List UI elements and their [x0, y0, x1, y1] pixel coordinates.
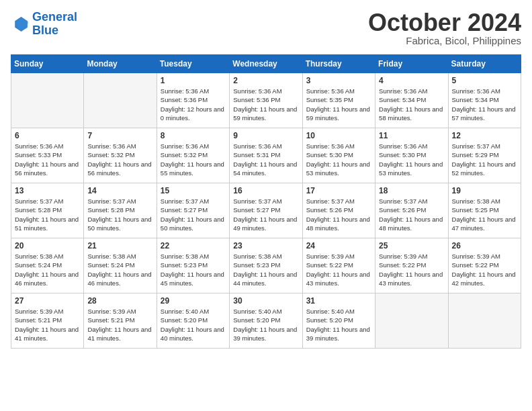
- day-number: 22: [161, 241, 226, 250]
- calendar-cell: 23Sunrise: 5:38 AM Sunset: 5:23 PM Dayli…: [230, 238, 302, 293]
- week-row-4: 20Sunrise: 5:38 AM Sunset: 5:24 PM Dayli…: [11, 238, 521, 293]
- calendar-cell: 3Sunrise: 5:36 AM Sunset: 5:35 PM Daylig…: [302, 73, 375, 128]
- day-number: 12: [452, 131, 517, 140]
- cell-info: Sunrise: 5:40 AM Sunset: 5:20 PM Dayligh…: [233, 307, 298, 342]
- calendar-cell: 29Sunrise: 5:40 AM Sunset: 5:20 PM Dayli…: [157, 293, 229, 349]
- day-number: 5: [452, 76, 517, 85]
- day-number: 6: [15, 131, 80, 140]
- calendar-cell: 16Sunrise: 5:37 AM Sunset: 5:27 PM Dayli…: [230, 183, 302, 238]
- cell-info: Sunrise: 5:37 AM Sunset: 5:28 PM Dayligh…: [87, 197, 152, 232]
- calendar-cell: 13Sunrise: 5:37 AM Sunset: 5:28 PM Dayli…: [11, 183, 84, 238]
- day-number: 9: [233, 131, 298, 140]
- calendar-cell: [375, 293, 448, 349]
- day-number: 28: [87, 296, 152, 306]
- cell-info: Sunrise: 5:36 AM Sunset: 5:30 PM Dayligh…: [306, 142, 371, 177]
- calendar-cell: 11Sunrise: 5:36 AM Sunset: 5:30 PM Dayli…: [375, 128, 448, 183]
- calendar-cell: [84, 73, 157, 128]
- day-number: 23: [233, 241, 298, 250]
- day-number: 18: [379, 186, 444, 195]
- day-number: 1: [161, 76, 226, 85]
- cell-info: Sunrise: 5:37 AM Sunset: 5:27 PM Dayligh…: [161, 197, 226, 232]
- cell-info: Sunrise: 5:37 AM Sunset: 5:27 PM Dayligh…: [233, 197, 298, 232]
- calendar-cell: 28Sunrise: 5:39 AM Sunset: 5:21 PM Dayli…: [84, 293, 157, 349]
- col-header-sunday: Sunday: [11, 55, 84, 73]
- col-header-monday: Monday: [84, 55, 157, 73]
- cell-info: Sunrise: 5:36 AM Sunset: 5:30 PM Dayligh…: [379, 142, 444, 177]
- logo-general: General: [32, 10, 77, 24]
- day-number: 10: [306, 131, 371, 140]
- calendar-cell: 6Sunrise: 5:36 AM Sunset: 5:33 PM Daylig…: [11, 128, 84, 183]
- day-number: 25: [379, 241, 444, 250]
- calendar-cell: 4Sunrise: 5:36 AM Sunset: 5:34 PM Daylig…: [375, 73, 448, 128]
- week-row-2: 6Sunrise: 5:36 AM Sunset: 5:33 PM Daylig…: [11, 128, 521, 183]
- col-header-thursday: Thursday: [302, 55, 375, 73]
- cell-info: Sunrise: 5:37 AM Sunset: 5:26 PM Dayligh…: [379, 197, 444, 232]
- cell-info: Sunrise: 5:37 AM Sunset: 5:29 PM Dayligh…: [452, 142, 517, 177]
- calendar-cell: [11, 73, 84, 128]
- page-header: General Blue October 2024 Fabrica, Bicol…: [11, 11, 521, 46]
- day-number: 11: [379, 131, 444, 140]
- cell-info: Sunrise: 5:38 AM Sunset: 5:25 PM Dayligh…: [452, 197, 517, 232]
- cell-info: Sunrise: 5:38 AM Sunset: 5:23 PM Dayligh…: [161, 252, 226, 287]
- calendar-cell: 9Sunrise: 5:36 AM Sunset: 5:31 PM Daylig…: [230, 128, 302, 183]
- calendar-cell: 8Sunrise: 5:36 AM Sunset: 5:32 PM Daylig…: [157, 128, 229, 183]
- week-row-5: 27Sunrise: 5:39 AM Sunset: 5:21 PM Dayli…: [11, 293, 521, 349]
- cell-info: Sunrise: 5:39 AM Sunset: 5:22 PM Dayligh…: [452, 252, 517, 287]
- calendar-cell: 12Sunrise: 5:37 AM Sunset: 5:29 PM Dayli…: [448, 128, 521, 183]
- logo-blue: Blue: [32, 24, 58, 37]
- day-number: 31: [306, 296, 371, 306]
- logo: General Blue: [11, 11, 77, 38]
- header-row: SundayMondayTuesdayWednesdayThursdayFrid…: [11, 55, 521, 73]
- day-number: 16: [233, 186, 298, 195]
- cell-info: Sunrise: 5:38 AM Sunset: 5:23 PM Dayligh…: [233, 252, 298, 287]
- calendar-cell: 27Sunrise: 5:39 AM Sunset: 5:21 PM Dayli…: [11, 293, 84, 349]
- logo-icon: [11, 15, 30, 34]
- cell-info: Sunrise: 5:36 AM Sunset: 5:35 PM Dayligh…: [306, 87, 371, 122]
- cell-info: Sunrise: 5:36 AM Sunset: 5:34 PM Dayligh…: [379, 87, 444, 122]
- col-header-friday: Friday: [375, 55, 448, 73]
- day-number: 24: [306, 241, 371, 250]
- cell-info: Sunrise: 5:36 AM Sunset: 5:34 PM Dayligh…: [452, 87, 517, 122]
- cell-info: Sunrise: 5:38 AM Sunset: 5:24 PM Dayligh…: [15, 252, 80, 287]
- calendar-cell: 20Sunrise: 5:38 AM Sunset: 5:24 PM Dayli…: [11, 238, 84, 293]
- calendar-cell: 5Sunrise: 5:36 AM Sunset: 5:34 PM Daylig…: [448, 73, 521, 128]
- title-block: October 2024 Fabrica, Bicol, Philippines: [368, 11, 521, 46]
- calendar-cell: 26Sunrise: 5:39 AM Sunset: 5:22 PM Dayli…: [448, 238, 521, 293]
- day-number: 30: [233, 296, 298, 306]
- cell-info: Sunrise: 5:37 AM Sunset: 5:28 PM Dayligh…: [15, 197, 80, 232]
- cell-info: Sunrise: 5:36 AM Sunset: 5:32 PM Dayligh…: [161, 142, 226, 177]
- cell-info: Sunrise: 5:40 AM Sunset: 5:20 PM Dayligh…: [161, 307, 226, 342]
- day-number: 4: [379, 76, 444, 85]
- day-number: 13: [15, 186, 80, 195]
- calendar-cell: 30Sunrise: 5:40 AM Sunset: 5:20 PM Dayli…: [230, 293, 302, 349]
- cell-info: Sunrise: 5:36 AM Sunset: 5:32 PM Dayligh…: [87, 142, 152, 177]
- calendar-cell: 10Sunrise: 5:36 AM Sunset: 5:30 PM Dayli…: [302, 128, 375, 183]
- calendar-cell: 1Sunrise: 5:36 AM Sunset: 5:36 PM Daylig…: [157, 73, 229, 128]
- cell-info: Sunrise: 5:39 AM Sunset: 5:22 PM Dayligh…: [379, 252, 444, 287]
- calendar-cell: 24Sunrise: 5:39 AM Sunset: 5:22 PM Dayli…: [302, 238, 375, 293]
- cell-info: Sunrise: 5:36 AM Sunset: 5:36 PM Dayligh…: [161, 87, 226, 122]
- col-header-wednesday: Wednesday: [230, 55, 302, 73]
- col-header-tuesday: Tuesday: [157, 55, 229, 73]
- calendar-table: SundayMondayTuesdayWednesdayThursdayFrid…: [11, 54, 521, 349]
- day-number: 20: [15, 241, 80, 250]
- day-number: 17: [306, 186, 371, 195]
- day-number: 15: [161, 186, 226, 195]
- calendar-cell: 19Sunrise: 5:38 AM Sunset: 5:25 PM Dayli…: [448, 183, 521, 238]
- calendar-cell: 14Sunrise: 5:37 AM Sunset: 5:28 PM Dayli…: [84, 183, 157, 238]
- day-number: 26: [452, 241, 517, 250]
- calendar-cell: 31Sunrise: 5:40 AM Sunset: 5:20 PM Dayli…: [302, 293, 375, 349]
- col-header-saturday: Saturday: [448, 55, 521, 73]
- month-title: October 2024: [368, 11, 521, 35]
- calendar-cell: 2Sunrise: 5:36 AM Sunset: 5:36 PM Daylig…: [230, 73, 302, 128]
- cell-info: Sunrise: 5:36 AM Sunset: 5:36 PM Dayligh…: [233, 87, 298, 122]
- week-row-3: 13Sunrise: 5:37 AM Sunset: 5:28 PM Dayli…: [11, 183, 521, 238]
- week-row-1: 1Sunrise: 5:36 AM Sunset: 5:36 PM Daylig…: [11, 73, 521, 128]
- calendar-cell: 18Sunrise: 5:37 AM Sunset: 5:26 PM Dayli…: [375, 183, 448, 238]
- cell-info: Sunrise: 5:38 AM Sunset: 5:24 PM Dayligh…: [87, 252, 152, 287]
- calendar-cell: 15Sunrise: 5:37 AM Sunset: 5:27 PM Dayli…: [157, 183, 229, 238]
- day-number: 3: [306, 76, 371, 85]
- day-number: 21: [87, 241, 152, 250]
- calendar-cell: [448, 293, 521, 349]
- day-number: 29: [161, 296, 226, 306]
